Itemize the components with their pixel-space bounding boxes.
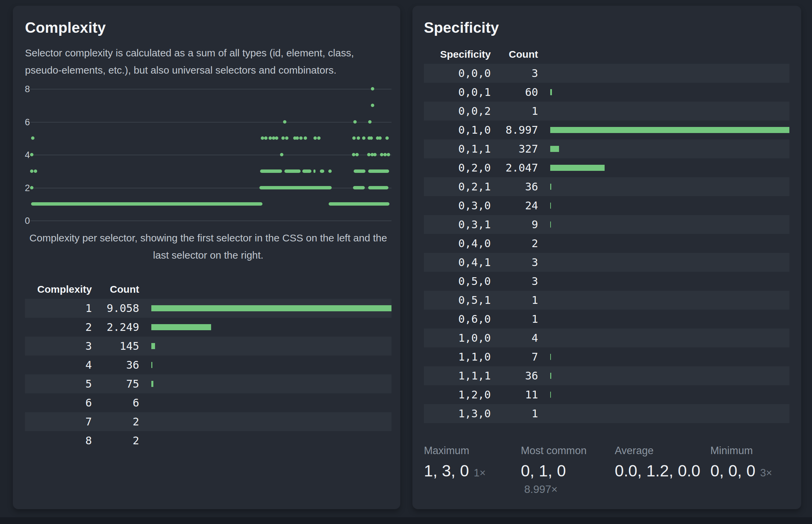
count-bar bbox=[550, 373, 551, 379]
row-bar-cell bbox=[140, 393, 391, 412]
stat-minimum: Minimum0, 0, 03× bbox=[710, 445, 790, 496]
specificity-title: Specificity bbox=[424, 19, 790, 36]
row-count: 4 bbox=[491, 331, 539, 344]
table-row: 0,4,02 bbox=[424, 234, 790, 253]
row-count: 327 bbox=[491, 143, 539, 155]
table-row: 436 bbox=[25, 356, 391, 374]
row-count: 6 bbox=[93, 396, 140, 409]
count-bar bbox=[151, 305, 391, 311]
row-bar-cell bbox=[539, 120, 790, 140]
row-label: 4 bbox=[25, 359, 93, 371]
row-label: 0,2,0 bbox=[424, 161, 491, 174]
row-bar-cell bbox=[539, 291, 790, 310]
row-count: 2 bbox=[491, 237, 539, 250]
stat-value: 1, 3, 0 bbox=[424, 462, 469, 480]
stat-value: 0, 0, 0 bbox=[710, 462, 755, 480]
table-row: 1,2,011 bbox=[424, 385, 790, 404]
scatter-dot bbox=[370, 136, 373, 140]
table-row: 22.249 bbox=[25, 318, 391, 337]
table-row: 0,3,024 bbox=[424, 196, 790, 215]
scatter-dot bbox=[371, 104, 374, 107]
row-count: 2 bbox=[93, 434, 140, 447]
row-label: 0,1,0 bbox=[424, 124, 491, 136]
specificity-column-header: Specificity bbox=[424, 49, 491, 60]
row-bar-cell bbox=[539, 366, 790, 385]
stat-multiplier: 8.997× bbox=[521, 483, 608, 496]
complexity-description: Selector complexity is calculated as a s… bbox=[25, 44, 379, 79]
stat-multiplier: 3× bbox=[760, 467, 772, 479]
scatter-dot bbox=[299, 136, 303, 140]
y-axis-tick-label: 6 bbox=[23, 117, 32, 127]
scatter-segment bbox=[320, 169, 324, 173]
row-count: 8.997 bbox=[491, 124, 539, 136]
table-row: 1,0,04 bbox=[424, 328, 790, 347]
scatter-dot bbox=[304, 136, 307, 140]
table-row: 3145 bbox=[25, 337, 391, 356]
table-row: 0,2,136 bbox=[424, 177, 790, 196]
row-label: 0,5,0 bbox=[424, 275, 491, 288]
stat-label: Average bbox=[615, 445, 703, 457]
count-bar bbox=[550, 89, 552, 95]
row-label: 1,1,1 bbox=[424, 370, 491, 382]
table-row: 0,5,03 bbox=[424, 272, 790, 291]
row-count: 36 bbox=[491, 180, 539, 193]
stat-maximum: Maximum1, 3, 01× bbox=[424, 445, 521, 496]
row-label: 1 bbox=[25, 302, 93, 315]
scatter-segment bbox=[313, 169, 315, 173]
scatter-dot bbox=[30, 153, 33, 156]
table-row: 575 bbox=[25, 374, 391, 393]
scatter-dot bbox=[387, 153, 390, 156]
row-label: 1,1,0 bbox=[424, 350, 491, 363]
row-count: 36 bbox=[93, 359, 140, 371]
row-label: 0,4,0 bbox=[424, 237, 491, 250]
scatter-dot bbox=[275, 136, 278, 140]
scatter-dot bbox=[352, 153, 355, 156]
row-bar-cell bbox=[140, 374, 391, 393]
table-row: 0,2,02.047 bbox=[424, 158, 790, 177]
table-row: 19.058 bbox=[25, 299, 391, 318]
row-label: 0,0,1 bbox=[424, 86, 491, 99]
scatter-dot bbox=[283, 120, 287, 124]
row-count: 1 bbox=[491, 105, 539, 117]
row-bar-cell bbox=[539, 347, 790, 366]
row-count: 1 bbox=[491, 407, 539, 420]
table-row: 0,1,1327 bbox=[424, 140, 790, 158]
row-count: 2.047 bbox=[491, 161, 539, 174]
scatter-dot bbox=[34, 169, 37, 173]
complexity-table-header: Complexity Count bbox=[25, 280, 391, 299]
scatter-dot bbox=[30, 169, 33, 173]
scatter-dot bbox=[373, 153, 377, 156]
row-bar-cell bbox=[539, 83, 790, 102]
row-count: 36 bbox=[491, 370, 539, 382]
row-count: 145 bbox=[93, 340, 140, 353]
scatter-segment bbox=[260, 169, 282, 173]
scatter-dot bbox=[353, 120, 357, 124]
complexity-scatter-chart: 86420 bbox=[25, 84, 391, 226]
count-bar bbox=[550, 202, 551, 209]
row-count: 1 bbox=[491, 313, 539, 326]
scatter-dot bbox=[378, 136, 382, 140]
row-count: 1 bbox=[491, 294, 539, 307]
row-label: 1,2,0 bbox=[424, 388, 491, 401]
table-row: 0,5,11 bbox=[424, 291, 790, 310]
table-row: 1,1,07 bbox=[424, 347, 790, 366]
specificity-table-header: Specificity Count bbox=[424, 45, 790, 64]
row-count: 24 bbox=[491, 199, 539, 212]
row-bar-cell bbox=[140, 337, 391, 356]
table-row: 1,1,136 bbox=[424, 366, 790, 385]
scatter-segment bbox=[302, 169, 311, 173]
row-label: 0,3,1 bbox=[424, 218, 491, 231]
row-count: 3 bbox=[491, 256, 539, 269]
specificity-panel: Specificity Specificity Count 0,0,030,0,… bbox=[412, 6, 801, 509]
row-count: 2 bbox=[93, 415, 140, 428]
row-bar-cell bbox=[539, 310, 790, 328]
row-bar-cell bbox=[539, 385, 790, 404]
table-row: 0,6,01 bbox=[424, 310, 790, 328]
table-row: 0,0,03 bbox=[424, 64, 790, 83]
row-label: 3 bbox=[25, 340, 93, 353]
count-bar bbox=[550, 165, 605, 171]
scatter-dot bbox=[261, 136, 264, 140]
scatter-segment bbox=[259, 186, 332, 190]
row-count: 9.058 bbox=[93, 302, 140, 315]
table-row: 72 bbox=[25, 412, 391, 431]
